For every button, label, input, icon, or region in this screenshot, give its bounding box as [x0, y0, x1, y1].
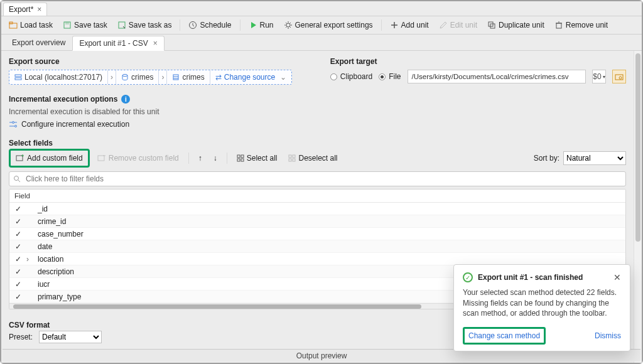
move-up-button[interactable]: ↑: [195, 152, 206, 164]
chevron-right-icon: ›: [108, 70, 116, 84]
table-row[interactable]: ✓_id: [9, 203, 625, 215]
browse-folder-button[interactable]: [612, 70, 626, 83]
svg-rect-9: [556, 23, 561, 28]
save-task-button[interactable]: Save task: [59, 19, 111, 31]
change-source-button[interactable]: ⇄ Change source ⌄: [210, 70, 291, 84]
schedule-button[interactable]: Schedule: [185, 19, 235, 31]
checkbox-icon[interactable]: ✓: [14, 281, 21, 287]
breadcrumb-database[interactable]: crimes: [116, 70, 159, 84]
checkbox-icon[interactable]: ✓: [14, 268, 21, 275]
configure-incremental-button[interactable]: Configure incremental execution: [9, 120, 626, 129]
table-row[interactable]: ✓date: [9, 240, 625, 253]
svg-rect-24: [289, 155, 291, 158]
vertical-scrollbar[interactable]: [634, 51, 642, 363]
arrow-down-icon: ↓: [213, 154, 217, 163]
close-icon[interactable]: ×: [37, 5, 41, 14]
export-target-header: Export target: [330, 57, 626, 66]
select-all-button[interactable]: Select all: [233, 152, 281, 164]
checkbox-icon[interactable]: ✓: [14, 293, 21, 300]
preset-select[interactable]: Default: [39, 331, 102, 343]
chevron-right-icon: ›: [159, 70, 167, 84]
table-row[interactable]: ✓crime_id: [9, 215, 625, 228]
checkbox-icon[interactable]: ✓: [14, 230, 21, 237]
remove-custom-field-button: Remove custom field: [94, 152, 183, 164]
field-name: primary_type: [38, 292, 81, 301]
configure-icon: [9, 120, 18, 128]
svg-rect-19: [98, 156, 104, 161]
load-task-button[interactable]: Load task: [5, 19, 57, 31]
general-settings-button[interactable]: General export settings: [280, 19, 377, 31]
svg-rect-27: [293, 159, 295, 161]
save-as-icon: [117, 21, 126, 29]
svg-rect-18: [16, 156, 23, 161]
source-breadcrumb: Local (localhost:27017) › crimes › crime…: [9, 70, 292, 85]
check-circle-icon: ✓: [463, 272, 473, 282]
edit-unit-button: Edit unit: [435, 19, 481, 31]
remove-unit-button[interactable]: Remove unit: [551, 19, 612, 31]
toolbar-separator: [227, 153, 227, 164]
toast-body: Your selected scan method detected 22 fi…: [463, 287, 621, 318]
table-row[interactable]: ✓case_number: [9, 228, 625, 240]
svg-rect-20: [237, 155, 240, 158]
scan-finished-toast: ✓ Export unit #1 - scan finished ✕ Your …: [453, 264, 630, 351]
checkbox-icon[interactable]: ✓: [14, 218, 21, 225]
svg-point-28: [14, 176, 19, 181]
close-icon[interactable]: ✕: [613, 272, 621, 282]
svg-rect-25: [293, 155, 295, 158]
breadcrumb-connection[interactable]: Local (localhost:27017): [9, 70, 108, 84]
tab-export-unit-1[interactable]: Export unit #1 - CSV ×: [72, 36, 164, 51]
add-custom-field-button[interactable]: Add custom field: [12, 152, 87, 164]
close-icon[interactable]: ×: [153, 39, 158, 48]
svg-rect-10: [15, 75, 21, 77]
swap-icon: ⇄: [215, 73, 222, 82]
incremental-header: Incremental execution options i: [9, 95, 626, 104]
svg-rect-13: [173, 75, 178, 80]
svg-rect-22: [237, 159, 240, 161]
checkbox-icon[interactable]: ✓: [14, 255, 21, 262]
document-tab-label: Export*: [9, 5, 33, 14]
target-clipboard-radio[interactable]: Clipboard: [330, 72, 372, 81]
field-name: iucr: [38, 280, 50, 289]
target-path-field[interactable]: /Users/kirsty/Documents/Local/crimes/cri…: [408, 70, 586, 83]
document-tab-export[interactable]: Export* ×: [3, 3, 47, 16]
toolbar-separator: [180, 19, 180, 31]
toast-title: Export unit #1 - scan finished: [478, 273, 608, 282]
add-unit-button[interactable]: Add unit: [386, 19, 433, 31]
field-name: description: [38, 267, 74, 276]
move-down-button[interactable]: ↓: [210, 152, 221, 164]
play-icon: [249, 21, 257, 29]
unit-tab-bar: Export overview Export unit #1 - CSV ×: [1, 35, 642, 51]
info-icon[interactable]: i: [121, 95, 130, 104]
breadcrumb-collection[interactable]: crimes: [167, 70, 210, 84]
dismiss-link[interactable]: Dismiss: [595, 331, 621, 340]
run-button[interactable]: Run: [245, 19, 278, 31]
svg-point-15: [619, 77, 622, 79]
checkbox-icon[interactable]: ✓: [14, 205, 21, 212]
svg-rect-26: [289, 159, 291, 161]
toolbar-separator: [188, 153, 189, 164]
svg-point-6: [286, 23, 290, 27]
deselect-all-button[interactable]: Deselect all: [284, 152, 341, 164]
sort-by-select[interactable]: Natural: [563, 151, 626, 165]
checkbox-icon[interactable]: ✓: [14, 243, 21, 250]
collection-icon: [172, 73, 180, 81]
field-name: date: [38, 242, 52, 251]
add-field-icon: [16, 154, 24, 163]
select-fields-header: Select fields: [9, 139, 626, 147]
toolbar-separator: [381, 19, 382, 31]
save-task-as-button[interactable]: Save task as: [114, 19, 176, 31]
tab-export-overview[interactable]: Export overview: [5, 35, 72, 50]
expand-icon[interactable]: ›: [26, 255, 33, 264]
save-icon: [63, 21, 72, 29]
change-scan-method-link[interactable]: Change scan method: [468, 331, 540, 340]
field-name: location: [38, 255, 63, 264]
table-row[interactable]: ✓›location: [9, 253, 625, 265]
remove-field-icon: [97, 154, 106, 163]
svg-rect-3: [65, 22, 69, 24]
filter-fields-input[interactable]: [9, 171, 626, 186]
target-options-button[interactable]: $0▾: [592, 70, 606, 83]
svg-point-17: [15, 126, 17, 127]
target-file-radio[interactable]: File: [379, 72, 401, 81]
duplicate-unit-button[interactable]: Duplicate unit: [484, 19, 548, 31]
plus-icon: [390, 21, 399, 29]
